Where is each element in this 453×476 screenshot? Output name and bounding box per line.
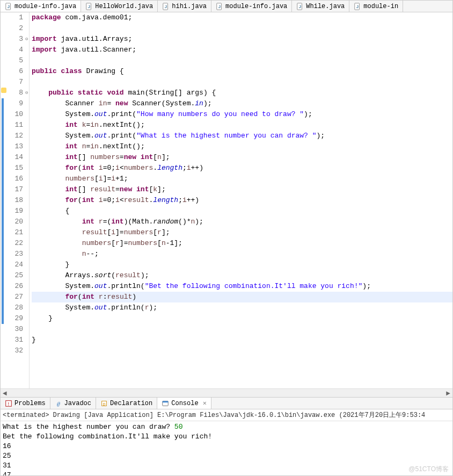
line-number: 20 [7,217,23,227]
console-line: 16 [3,442,450,451]
code-line[interactable]: System.out.println("Bet the following co… [32,281,452,292]
scroll-left-arrow[interactable]: ◄ [1,389,9,398]
console-output[interactable]: What is the highest number you can draw?… [1,421,452,476]
line-number: 22 [7,238,23,249]
change-marker-icon [2,195,4,206]
line-number: 29 [7,313,23,324]
code-line[interactable]: public static void main(String[] args) { [32,88,452,98]
code-line[interactable]: import java.util.Scanner; [32,45,452,55]
console-user-input: 50 [174,423,183,431]
change-marker-icon [2,292,4,302]
problems-icon: ! [5,400,12,407]
line-number: 26 [7,281,23,292]
editor-tab-2[interactable]: Jhihi.java [158,1,211,12]
console-line: 25 [3,451,450,461]
code-area[interactable]: package com.java.demo01;import java.util… [30,12,452,388]
code-line[interactable]: for(int i=0;i<numbers.length;i++) [32,163,452,174]
change-marker-icon [2,184,4,195]
editor-tab-3[interactable]: Jmodule-info.java [211,1,292,12]
svg-text:J: J [165,4,167,9]
change-marker-icon [2,141,4,152]
view-tab-javadoc[interactable]: @Javadoc [50,398,96,409]
code-line[interactable]: for(int r:result) [32,292,452,302]
code-line[interactable]: int[] result=new int[k]; [32,184,452,195]
view-tab-console[interactable]: Console✕ [157,398,211,409]
code-line[interactable] [32,345,452,356]
line-number: 2 [7,23,23,34]
line-number: 3 [7,34,23,45]
warning-marker-icon [1,88,6,93]
line-number: 6 [7,66,23,77]
code-line[interactable]: { [32,206,452,217]
code-line[interactable]: System.out.print("What is the highest nu… [32,131,452,141]
change-marker-icon [2,206,4,217]
java-file-icon: J [85,3,93,10]
editor-tab-0[interactable]: Jmodule-info.java [1,1,81,12]
view-tab-label: Javadoc [64,400,91,407]
line-number: 9 [7,98,23,109]
change-marker-icon [2,270,4,281]
editor-tab-5[interactable]: Jmodule-in [349,1,403,12]
code-line[interactable]: numbers[i]=i+1; [32,174,452,184]
change-marker-icon [2,98,4,109]
code-line[interactable]: public class Drawing { [32,66,452,77]
line-number: 18 [7,195,23,206]
code-line[interactable]: int r=(int)(Math.random()*n); [32,217,452,227]
change-marker-icon [2,163,4,174]
code-line[interactable]: int[] numbers=new int[n]; [32,152,452,163]
close-icon[interactable]: ✕ [203,399,207,407]
line-number: 21 [7,227,23,238]
line-number: 8 [7,88,23,98]
line-number: 13 [7,141,23,152]
line-number: 12 [7,131,23,141]
scroll-right-arrow[interactable]: ► [444,389,452,398]
code-line[interactable]: Arrays.sort(result); [32,270,452,281]
change-marker-icon [2,249,4,259]
tab-label: module-in [363,3,398,10]
code-line[interactable]: } [32,259,452,270]
code-line[interactable]: result[i]=numbers[r]; [32,227,452,238]
code-line[interactable]: Scanner in= new Scanner(System.in); [32,98,452,109]
change-marker-icon [2,131,4,141]
editor-tab-1[interactable]: JHelloWorld.java [81,1,158,12]
change-marker-icon [2,109,4,120]
svg-text:J: J [299,4,301,9]
code-line[interactable]: for(int i=0;i<result.length;i++) [32,195,452,206]
code-line[interactable]: package com.java.demo01; [32,12,452,23]
code-line[interactable]: int k=in.nextInt(); [32,120,452,131]
code-line[interactable]: numbers[r]=numbers[n-1]; [32,238,452,249]
java-file-icon: J [162,3,170,10]
code-line[interactable] [32,23,452,34]
editor-tab-4[interactable]: JWhile.java [292,1,349,12]
console-line: Bet the following combination.It'll make… [3,432,450,442]
view-tab-problems[interactable]: !Problems [1,398,50,409]
console-icon [162,400,169,407]
code-line[interactable]: System.out.print("How many numbers do yo… [32,109,452,120]
line-number: 30 [7,324,23,335]
console-header: <terminated> Drawing [Java Application] … [1,409,452,421]
code-editor[interactable]: 1234567891011121314151617181920212223242… [1,12,452,388]
view-tab-declaration[interactable]: DDeclaration [96,398,157,409]
code-line[interactable]: n--; [32,249,452,259]
line-number: 27 [7,292,23,302]
java-file-icon: J [354,3,361,10]
tab-label: HelloWorld.java [95,3,153,10]
svg-text:!: ! [7,401,10,407]
line-number: 1 [7,12,23,23]
code-line[interactable]: } [32,313,452,324]
code-line[interactable] [32,77,452,88]
code-line[interactable]: System.out.println(r); [32,302,452,313]
svg-text:@: @ [57,401,60,407]
fold-toggle-icon[interactable]: ⊖ [25,90,28,96]
code-line[interactable] [32,55,452,66]
line-number: 16 [7,174,23,184]
fold-toggle-icon[interactable]: ⊖ [25,36,28,42]
horizontal-scrollbar[interactable]: ◄ ► [1,388,452,397]
svg-text:J: J [88,4,90,9]
code-line[interactable] [32,324,452,335]
tab-label: While.java [306,3,345,10]
code-line[interactable]: } [32,335,452,345]
line-number: 17 [7,184,23,195]
code-line[interactable]: int n=in.nextInt(); [32,141,452,152]
code-line[interactable]: import java.util.Arrays; [32,34,452,45]
